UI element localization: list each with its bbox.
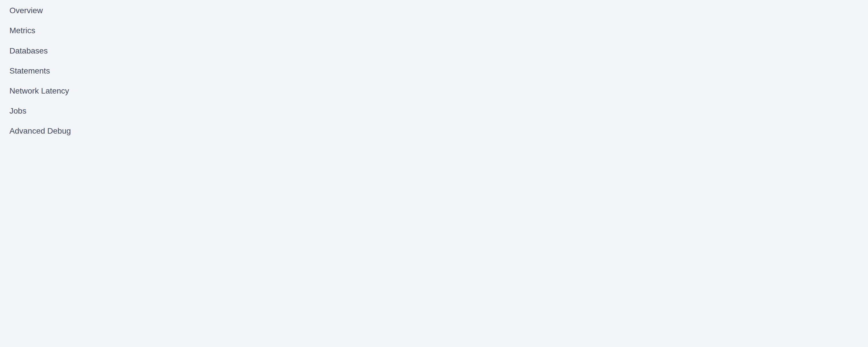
capacity-use-cell: 0%	[0, 191, 868, 196]
used-capacity-value: 25.5 MiB	[0, 31, 868, 36]
uptime-cell: 2 minutes	[0, 221, 868, 227]
memory-use-cell: 1%	[0, 196, 868, 201]
column-header-status[interactable]: STATUS	[0, 170, 868, 175]
uptime-cell: 2 minutes	[0, 263, 868, 268]
axis-label-400gib: 400 GiB	[0, 21, 868, 26]
axis-label-200gib: 200 GiB	[0, 15, 868, 21]
sidebar: Overview Metrics Databases Statements Ne…	[0, 0, 117, 347]
memory-use-cell: 1%	[0, 278, 868, 283]
column-header-capacity-use[interactable]: CAPACITY USE	[0, 149, 868, 155]
nodes-table-header: NODES UPTIME REPLICAS CAPACITY USE MEMOR…	[0, 134, 868, 175]
sidebar-item-metrics[interactable]: Metrics	[9, 21, 35, 41]
status-cell: LIVE	[0, 293, 868, 298]
replicas-cell: 63	[0, 185, 868, 191]
sidebar-item-databases[interactable]: Databases	[9, 41, 48, 61]
sidebar-item-network-latency[interactable]: Network Latency	[9, 81, 69, 101]
capacity-used-percent: 0.0%	[0, 5, 868, 10]
axis-label-0gib: 0 GiB	[0, 10, 868, 15]
nodes-table: NODES UPTIME REPLICAS CAPACITY USE MEMOR…	[0, 134, 868, 298]
replication-status-title: Replication Status	[0, 83, 868, 88]
usable-capacity-value: 515.9 GiB	[0, 41, 868, 46]
node-address-cell[interactable]: localhost:26259 (n2)	[0, 216, 868, 221]
capacity-usage-title: Capacity Usage	[0, 0, 868, 5]
status-cell: LIVE	[0, 211, 868, 216]
column-header-nodes[interactable]: NODES	[0, 134, 868, 139]
used-capacity-label: USED CAPACITY	[0, 26, 868, 31]
version-cell: v20.1.0-bet…	[0, 206, 868, 211]
node-status-title: Node Status	[0, 46, 868, 52]
column-header-uptime[interactable]: UPTIME	[0, 139, 868, 144]
cluster-summary-card: Capacity Usage 0.0% 0 GiB 200 GiB 400 Gi…	[0, 0, 868, 124]
uptime-cell: 2 minutes	[0, 180, 868, 185]
table-row: localhost:26257 (n1) 2 minutes 63 0% 1% …	[0, 175, 868, 216]
capacity-use-cell: 0%	[0, 232, 868, 237]
sidebar-item-statements[interactable]: Statements	[9, 61, 50, 81]
sidebar-item-overview[interactable]: Overview	[9, 1, 43, 21]
capacity-use-cell: 0%	[0, 273, 868, 278]
sidebar-item-jobs[interactable]: Jobs	[9, 101, 26, 121]
nodes-card: Nodes (3) NODES UPTIME REPLICAS CAPACITY…	[0, 129, 868, 298]
column-header-cpus[interactable]: CPUS	[0, 160, 868, 165]
node-address-cell[interactable]: localhost:26257 (n1)	[0, 175, 868, 180]
version-cell: v20.1.0-bet…	[0, 247, 868, 252]
cpus-cell: 16	[0, 283, 868, 288]
node-list-dropdown[interactable]: Node List	[0, 124, 868, 129]
column-header-memory-use[interactable]: MEMORY USE	[0, 155, 868, 160]
table-row: localhost:26259 (n2) 2 minutes 63 0% 0% …	[0, 216, 868, 257]
sidebar-item-advanced-debug[interactable]: Advanced Debug	[9, 121, 71, 141]
node-list-dropdown-label[interactable]: Node List	[0, 124, 868, 129]
memory-use-cell: 0%	[0, 237, 868, 242]
status-cell: LIVE	[0, 252, 868, 257]
cpus-cell: 16	[0, 242, 868, 247]
replicas-cell: 63	[0, 268, 868, 273]
cpus-cell: 16	[0, 201, 868, 206]
table-row: localhost:26258 (n3) 2 minutes 63 0% 1% …	[0, 257, 868, 298]
column-header-version[interactable]: VERSION	[0, 165, 868, 170]
column-header-replicas[interactable]: REPLICAS	[0, 144, 868, 149]
node-address-cell[interactable]: localhost:26258 (n3)	[0, 257, 868, 263]
usable-capacity-label: USABLE CAPACITY	[0, 36, 868, 41]
version-cell: v20.1.0-bet…	[0, 288, 868, 293]
replicas-cell: 63	[0, 227, 868, 232]
nodes-section-title: Nodes (3)	[0, 129, 868, 134]
